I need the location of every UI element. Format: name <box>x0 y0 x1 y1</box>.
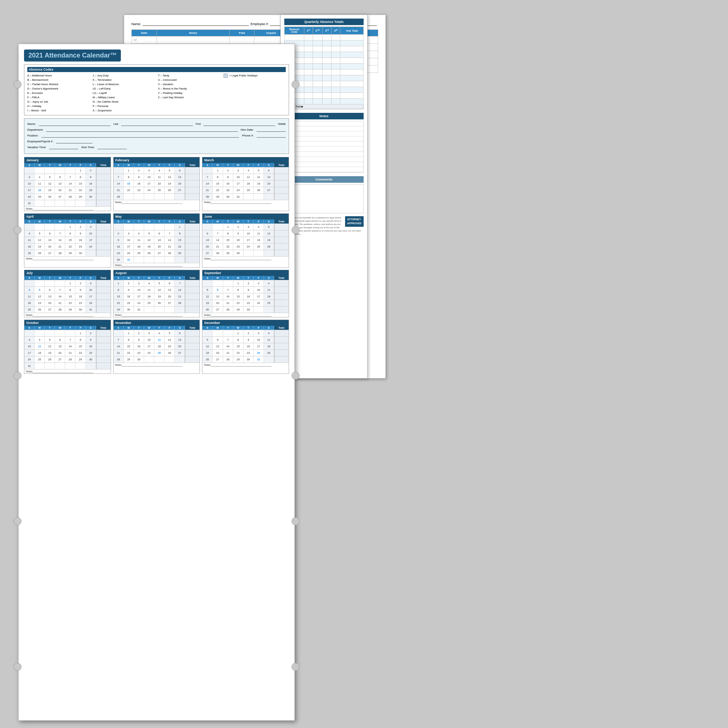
calendar-day[interactable]: 26 <box>165 187 175 193</box>
calendar-day[interactable]: 18 <box>35 350 45 356</box>
calendar-day[interactable]: 5 <box>35 287 45 293</box>
calendar-day[interactable]: 6 <box>45 287 55 293</box>
calendar-day[interactable]: 25 <box>144 300 154 306</box>
calendar-day[interactable]: 14 <box>55 237 65 243</box>
calendar-day[interactable]: 5 <box>154 280 165 286</box>
calendar-day[interactable]: 20 <box>175 343 185 349</box>
calendar-day[interactable]: 30 <box>75 306 86 313</box>
calendar-day[interactable]: 22 <box>124 350 134 356</box>
calendar-day[interactable]: 7 <box>213 230 223 237</box>
calendar-day[interactable]: 22 <box>213 187 223 193</box>
calendar-day[interactable]: 30 <box>86 194 96 200</box>
calendar-day[interactable]: 4 <box>243 167 254 174</box>
calendar-day[interactable]: 4 <box>264 330 274 336</box>
calendar-day[interactable]: 2 <box>223 167 233 174</box>
calendar-day[interactable] <box>124 194 134 200</box>
calendar-day[interactable] <box>75 200 86 206</box>
calendar-day[interactable]: 8 <box>175 230 185 237</box>
calendar-day[interactable]: 7 <box>65 174 75 180</box>
calendar-day[interactable]: 27 <box>175 187 185 193</box>
calendar-day[interactable] <box>75 363 86 369</box>
calendar-day[interactable]: 3 <box>243 224 254 230</box>
calendar-day[interactable] <box>264 356 274 362</box>
calendar-day[interactable]: 24 <box>24 194 35 200</box>
calendar-day[interactable]: 12 <box>165 337 175 343</box>
calendar-day[interactable] <box>264 250 274 256</box>
calendar-day[interactable] <box>144 306 154 313</box>
calendar-day[interactable] <box>154 194 165 200</box>
calendar-day[interactable] <box>243 194 254 200</box>
calendar-day[interactable]: 22 <box>233 350 243 356</box>
calendar-day[interactable]: 14 <box>213 237 223 243</box>
calendar-day[interactable]: 4 <box>264 280 274 286</box>
calendar-day[interactable]: 2 <box>134 330 144 336</box>
calendar-day[interactable]: 27 <box>55 194 65 200</box>
calendar-day[interactable]: 29 <box>65 250 75 256</box>
calendar-day[interactable]: 31 <box>233 194 243 200</box>
calendar-day[interactable]: 6 <box>165 280 175 286</box>
calendar-day[interactable]: 3 <box>233 167 243 174</box>
calendar-day[interactable]: 28 <box>65 194 75 200</box>
calendar-day[interactable]: 16 <box>233 237 243 243</box>
calendar-day[interactable]: 9 <box>134 337 144 343</box>
calendar-day[interactable]: 17 <box>24 350 35 356</box>
calendar-day[interactable]: 13 <box>45 294 55 300</box>
calendar-day[interactable]: 9 <box>113 237 124 243</box>
calendar-day[interactable] <box>35 363 45 369</box>
calendar-day[interactable]: 3 <box>254 280 264 286</box>
calendar-day[interactable]: 5 <box>144 230 154 237</box>
calendar-day[interactable]: 31 <box>134 306 144 313</box>
calendar-day[interactable] <box>35 167 45 174</box>
calendar-day[interactable] <box>165 356 175 362</box>
calendar-day[interactable] <box>134 257 144 263</box>
calendar-day[interactable]: 8 <box>124 174 134 180</box>
calendar-day[interactable] <box>24 167 35 174</box>
calendar-day[interactable]: 1 <box>124 167 134 174</box>
calendar-day[interactable] <box>144 194 154 200</box>
calendar-day[interactable]: 17 <box>243 237 254 243</box>
calendar-day[interactable]: 13 <box>165 287 175 293</box>
calendar-day[interactable]: 25 <box>154 187 165 193</box>
calendar-day[interactable]: 14 <box>113 180 124 187</box>
calendar-day[interactable]: 21 <box>113 350 124 356</box>
calendar-day[interactable]: 24 <box>124 250 134 256</box>
calendar-day[interactable]: 21 <box>223 300 233 306</box>
calendar-day[interactable]: 15 <box>175 237 185 243</box>
calendar-day[interactable]: 16 <box>134 180 144 187</box>
calendar-day[interactable] <box>113 330 124 336</box>
calendar-day[interactable]: 18 <box>264 294 274 300</box>
calendar-day[interactable]: 22 <box>65 300 75 306</box>
calendar-day[interactable]: 4 <box>35 174 45 180</box>
calendar-day[interactable]: 7 <box>165 230 175 237</box>
calendar-day[interactable]: 21 <box>175 294 185 300</box>
calendar-day[interactable]: 1 <box>75 330 86 336</box>
calendar-day[interactable]: 6 <box>213 337 223 343</box>
calendar-day[interactable]: 9 <box>243 337 254 343</box>
calendar-day[interactable]: 28 <box>202 194 213 200</box>
calendar-day[interactable] <box>55 167 65 174</box>
calendar-day[interactable]: 6 <box>154 230 165 237</box>
calendar-day[interactable]: 18 <box>144 294 154 300</box>
calendar-day[interactable]: 31 <box>124 257 134 263</box>
calendar-day[interactable]: 14 <box>165 237 175 243</box>
calendar-day[interactable]: 23 <box>86 187 96 193</box>
calendar-day[interactable] <box>45 280 55 286</box>
calendar-day[interactable]: 27 <box>45 306 55 313</box>
calendar-day[interactable]: 14 <box>223 343 233 349</box>
calendar-day[interactable]: 30 <box>243 306 254 313</box>
calendar-day[interactable] <box>55 330 65 336</box>
calendar-day[interactable]: 22 <box>113 300 124 306</box>
calendar-day[interactable] <box>45 200 55 206</box>
calendar-day[interactable]: 13 <box>154 237 165 243</box>
calendar-day[interactable]: 18 <box>35 187 45 193</box>
calendar-day[interactable]: 2 <box>233 224 243 230</box>
calendar-day[interactable]: 28 <box>113 356 124 362</box>
calendar-day[interactable]: 24 <box>144 187 154 193</box>
calendar-day[interactable]: 8 <box>124 337 134 343</box>
calendar-day[interactable]: 24 <box>233 187 243 193</box>
calendar-day[interactable]: 22 <box>124 187 134 193</box>
calendar-day[interactable]: 30 <box>243 356 254 362</box>
calendar-day[interactable]: 19 <box>165 343 175 349</box>
calendar-day[interactable]: 13 <box>175 337 185 343</box>
calendar-day[interactable]: 7 <box>113 174 124 180</box>
